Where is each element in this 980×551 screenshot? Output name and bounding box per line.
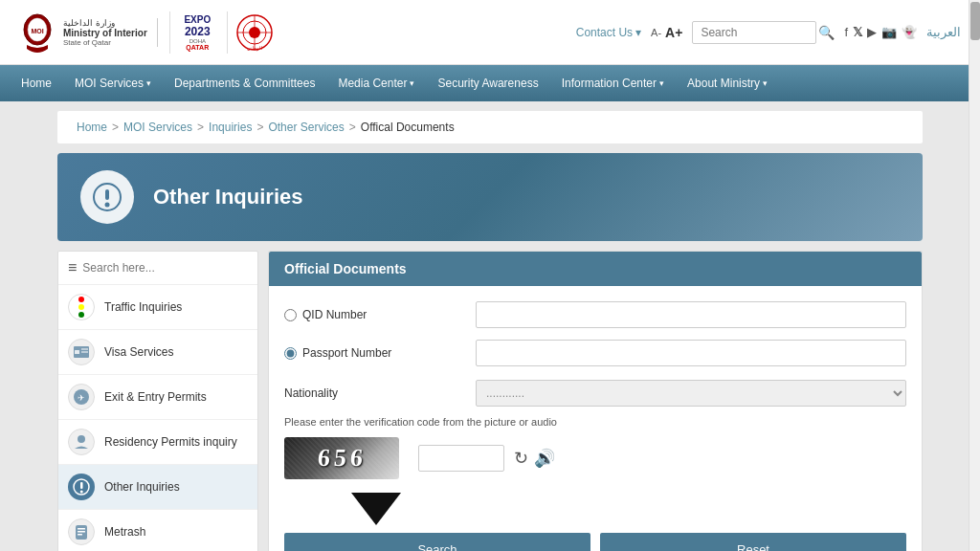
reset-button[interactable]: Reset [600,533,906,551]
other-inquiries-icon [68,474,95,500]
contact-us-button[interactable]: Contact Us ▾ [576,26,641,39]
partner-emblem-icon: الوطني [234,11,276,54]
panel-header: Official Documents [269,252,922,286]
page-title: Other Inquiries [153,185,302,209]
sidebar-item-other-inquiries[interactable]: Other Inquiries [58,465,257,510]
qid-input[interactable] [476,301,906,328]
svg-text:MOI: MOI [31,28,43,34]
arabic-language-toggle[interactable]: العربية [926,25,961,39]
panel-title: Official Documents [284,261,407,276]
captcha-row: 656 ↻ 🔊 [284,437,906,479]
nav-information-center[interactable]: Information Center ▾ [550,65,676,101]
sidebar-item-visa[interactable]: Visa Services [58,330,257,375]
moi-emblem-icon: MOI [19,9,56,56]
social-icons: f 𝕏 ▶ 📷 👻 [844,25,917,39]
nav-departments[interactable]: Departments & Committees [163,65,326,101]
sidebar-item-label: Exit & Entry Permits [104,390,207,404]
sidebar-item-label: Other Inquiries [104,480,180,494]
menu-icon[interactable]: ≡ [68,259,77,276]
top-right-controls: Contact Us ▾ A- A+ 🔍 f 𝕏 ▶ 📷 👻 العربية [576,21,961,44]
captcha-note: Please enter the verification code from … [284,416,906,428]
captcha-controls: ↻ 🔊 [514,448,555,469]
youtube-icon[interactable]: ▶ [867,25,877,39]
svg-rect-25 [78,534,82,536]
captcha-input[interactable] [418,445,504,472]
captcha-image: 656 [284,437,399,479]
breadcrumb-current: Offical Documents [361,121,455,134]
residency-icon [68,429,95,455]
breadcrumb-other-services[interactable]: Other Services [268,121,344,134]
breadcrumb-inquiries[interactable]: Inquiries [209,121,252,134]
sidebar-item-exit-entry[interactable]: ✈ Exit & Entry Permits [58,375,257,420]
metrash-icon [68,518,95,545]
audio-captcha-button[interactable]: 🔊 [534,448,555,469]
refresh-captcha-button[interactable]: ↻ [514,448,528,469]
passport-label: Passport Number [302,346,391,360]
traffic-icon [68,294,95,320]
down-arrow-icon [351,493,401,525]
sidebar-item-label: Residency Permits inquiry [104,435,237,449]
search-button[interactable]: Search [284,533,590,551]
nav-home[interactable]: Home [10,65,63,101]
twitter-icon[interactable]: 𝕏 [853,25,862,39]
qid-row: QID Number [284,301,906,328]
main-panel: Official Documents QID Number Passport N… [268,251,923,551]
sidebar-item-traffic[interactable]: Traffic Inquiries [58,285,257,330]
main-navigation: Home MOI Services ▾ Departments & Commit… [0,65,980,101]
sidebar-item-label: Traffic Inquiries [104,300,182,314]
passport-radio[interactable] [284,347,297,360]
breadcrumb-moi-services[interactable]: MOI Services [123,121,192,134]
nationality-select[interactable]: ............ [476,380,906,407]
passport-row: Passport Number [284,340,906,366]
action-buttons: Search Reset [284,533,906,551]
ministry-name-block: وزارة الداخلية Ministry of Interior Stat… [63,18,158,47]
expo-logo: EXPO 2023 DOHA QATAR [169,11,219,54]
scrollbar[interactable] [969,0,980,551]
partner-logo: الوطني [227,11,277,54]
nav-security-awareness[interactable]: Security Awareness [426,65,549,101]
sidebar-item-label: Visa Services [104,345,173,359]
nav-media-center[interactable]: Media Center ▾ [326,65,426,101]
facebook-icon[interactable]: f [844,25,848,39]
passport-input[interactable] [476,340,906,366]
svg-rect-10 [105,189,109,200]
search-button[interactable]: 🔍 [818,25,835,40]
state-name: State of Qatar [63,38,111,47]
nationality-label: Nationality [284,386,476,400]
id-type-radio-group: QID Number Passport Number [284,301,906,366]
svg-rect-24 [78,531,85,533]
font-increase-button[interactable]: A+ [665,25,682,40]
svg-rect-13 [75,350,79,354]
page-header-banner: Other Inquiries [57,153,923,241]
chevron-down-icon: ▾ [659,78,664,88]
ministry-arabic: وزارة الداخلية [63,18,115,28]
search-input[interactable] [692,21,816,44]
exit-entry-icon: ✈ [68,384,95,410]
nav-about-ministry[interactable]: About Ministry ▾ [676,65,779,101]
content-area: ≡ Traffic Inquiries [57,251,923,551]
scrollbar-thumb[interactable] [970,2,980,40]
sidebar-item-metrash[interactable]: Metrash [58,510,257,551]
svg-point-11 [105,203,110,208]
svg-rect-20 [80,482,83,489]
search-form: 🔍 [692,21,835,44]
visa-icon [68,339,95,365]
down-arrow-indicator [351,493,906,525]
qid-radio[interactable] [284,309,297,321]
svg-point-21 [80,491,83,494]
svg-text:الوطني: الوطني [247,45,262,52]
captcha-value: 656 [316,444,368,473]
chevron-down-icon: ▾ [635,26,641,39]
nav-moi-services[interactable]: MOI Services ▾ [63,65,163,101]
sidebar-search-input[interactable] [82,261,248,275]
sidebar-item-label: Metrash [104,525,145,539]
instagram-icon[interactable]: 📷 [881,25,897,39]
breadcrumb-home[interactable]: Home [77,121,107,134]
panel-body: QID Number Passport Number Nationality .… [269,286,922,551]
sidebar-item-residency[interactable]: Residency Permits inquiry [58,420,257,465]
exclamation-icon [93,183,122,211]
snapchat-icon[interactable]: 👻 [902,25,917,39]
sidebar-search-bar: ≡ [58,252,257,285]
font-decrease-button[interactable]: A- [651,27,661,38]
sidebar: ≡ Traffic Inquiries [57,251,258,551]
